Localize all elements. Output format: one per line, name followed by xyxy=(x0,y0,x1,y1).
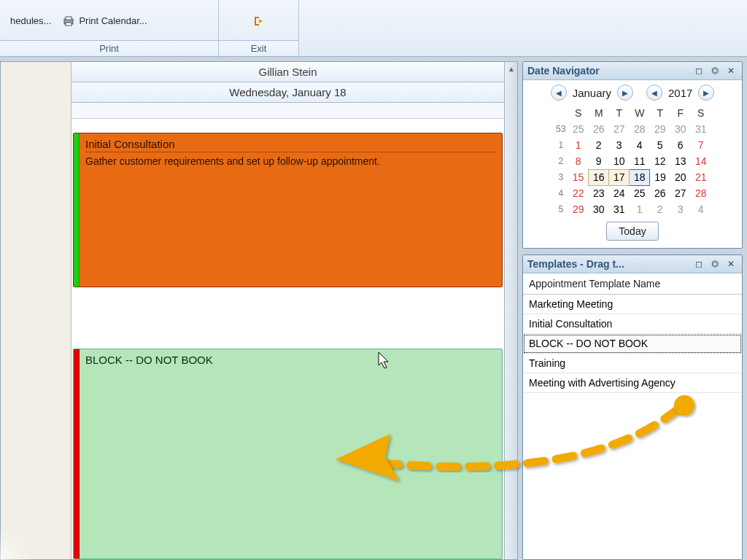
calendar-day[interactable]: 8 xyxy=(568,153,589,169)
dow-header: S xyxy=(691,105,711,121)
calendar-day[interactable]: 16 xyxy=(589,169,609,185)
appointment-description: Gather customer requirements and set up … xyxy=(85,155,496,167)
maximize-icon[interactable]: ◻ xyxy=(692,258,705,270)
ribbon-group-exit: Exit xyxy=(219,0,299,56)
calendar-day[interactable]: 3 xyxy=(670,201,691,217)
calendar-day[interactable]: 29 xyxy=(650,121,670,137)
calendar-day[interactable]: 27 xyxy=(609,121,630,137)
dow-header: S xyxy=(568,105,589,121)
calendar-day[interactable]: 20 xyxy=(670,169,691,185)
calendar-day[interactable]: 11 xyxy=(630,153,650,169)
week-number: 53 xyxy=(554,121,568,137)
calendar-day[interactable]: 24 xyxy=(609,185,630,201)
calendar-day[interactable]: 4 xyxy=(691,201,711,217)
template-item[interactable]: Marketing Meeting xyxy=(523,295,742,314)
scroll-up-icon[interactable]: ▲ xyxy=(505,62,518,75)
pin-icon[interactable]: ⏣ xyxy=(708,65,721,77)
calendar-day[interactable]: 12 xyxy=(650,153,670,169)
week-number: 5 xyxy=(554,201,568,217)
calendar-day[interactable]: 1 xyxy=(630,201,650,217)
calendar-day[interactable]: 25 xyxy=(568,121,589,137)
panel-header[interactable]: Date Navigator ◻ ⏣ ✕ xyxy=(523,62,742,80)
calendar-day[interactable]: 7 xyxy=(691,137,711,153)
calendar-grid[interactable]: Gillian Stein Wednesday, January 18 Init… xyxy=(0,61,518,560)
dow-header: W xyxy=(630,105,650,121)
svg-rect-2 xyxy=(66,23,71,26)
calendar-day[interactable]: 26 xyxy=(650,185,670,201)
year-label[interactable]: 2017 xyxy=(665,87,695,99)
calendar-day[interactable]: 25 xyxy=(630,185,650,201)
week-number: 4 xyxy=(554,185,568,201)
calendar-day[interactable]: 6 xyxy=(670,137,691,153)
calendar-day[interactable]: 31 xyxy=(691,121,711,137)
exit-icon xyxy=(253,15,265,27)
allday-row[interactable] xyxy=(71,103,504,119)
calendar-day[interactable]: 28 xyxy=(630,121,650,137)
appointment-initial-consultation[interactable]: Initial Consultation Gather customer req… xyxy=(73,133,503,287)
panel-header[interactable]: Templates - Drag t... ◻ ⏣ ✕ xyxy=(523,255,742,273)
calendar-day[interactable]: 18 xyxy=(630,169,650,185)
calendar-day[interactable]: 30 xyxy=(670,121,691,137)
calendar-day[interactable]: 10 xyxy=(609,153,630,169)
week-number: 3 xyxy=(554,169,568,185)
dow-header: T xyxy=(609,105,630,121)
calendar-day[interactable]: 23 xyxy=(589,185,609,201)
calendar-day[interactable]: 9 xyxy=(589,153,609,169)
calendar-day[interactable]: 19 xyxy=(650,169,670,185)
prev-year-button[interactable]: ◀ xyxy=(646,85,662,101)
template-item[interactable]: Initial Consultation xyxy=(523,314,742,334)
calendar-day[interactable]: 14 xyxy=(691,153,711,169)
resource-header: Gillian Stein xyxy=(71,62,504,82)
date-navigator-panel: Date Navigator ◻ ⏣ ✕ ◀ January ▶ ◀ 2017 … xyxy=(522,61,743,249)
printer-icon xyxy=(63,15,74,27)
exit-button[interactable] xyxy=(249,1,269,40)
print-schedules-button[interactable]: hedules... xyxy=(6,1,55,40)
calendar-day[interactable]: 4 xyxy=(630,137,650,153)
template-item[interactable]: BLOCK -- DO NOT BOOK xyxy=(523,334,742,354)
vertical-scrollbar[interactable]: ▲ xyxy=(504,62,517,559)
next-year-button[interactable]: ▶ xyxy=(698,85,714,101)
dow-header: M xyxy=(589,105,609,121)
calendar-day[interactable]: 1 xyxy=(568,137,589,153)
print-calendar-label: Print Calendar... xyxy=(79,15,147,26)
template-list: Appointment Template Name Marketing Meet… xyxy=(523,273,742,393)
calendar-day[interactable]: 2 xyxy=(589,137,609,153)
calendar-day[interactable]: 21 xyxy=(691,169,711,185)
calendar-day[interactable]: 15 xyxy=(568,169,589,185)
template-column-header[interactable]: Appointment Template Name xyxy=(523,273,742,295)
appointment-block[interactable]: BLOCK -- DO NOT BOOK xyxy=(73,349,503,559)
prev-month-button[interactable]: ◀ xyxy=(551,85,567,101)
ribbon-group-label-exit: Exit xyxy=(219,40,298,56)
next-month-button[interactable]: ▶ xyxy=(617,85,633,101)
dow-header: T xyxy=(650,105,670,121)
mini-calendar[interactable]: SMTWTFS 53252627282930311123456728910111… xyxy=(554,105,712,217)
calendar-day[interactable]: 31 xyxy=(609,201,630,217)
calendar-day[interactable]: 29 xyxy=(568,201,589,217)
calendar-day[interactable]: 13 xyxy=(670,153,691,169)
week-number: 1 xyxy=(554,137,568,153)
calendar-day[interactable]: 2 xyxy=(650,201,670,217)
calendar-day[interactable]: 28 xyxy=(691,185,711,201)
print-calendar-button[interactable]: Print Calendar... xyxy=(58,1,151,40)
calendar-day[interactable]: 3 xyxy=(609,137,630,153)
calendar-day[interactable]: 30 xyxy=(589,201,609,217)
ribbon-group-print: hedules... Print Calendar... Print xyxy=(0,0,219,56)
calendar-day[interactable]: 5 xyxy=(650,137,670,153)
calendar-day[interactable]: 26 xyxy=(589,121,609,137)
ribbon-group-label-print: Print xyxy=(0,40,218,56)
today-button[interactable]: Today xyxy=(606,222,658,241)
calendar-day[interactable]: 22 xyxy=(568,185,589,201)
print-schedules-label: hedules... xyxy=(10,15,51,26)
day-column[interactable]: Gillian Stein Wednesday, January 18 Init… xyxy=(71,62,504,559)
appointment-title: BLOCK -- DO NOT BOOK xyxy=(85,354,496,368)
close-icon[interactable]: ✕ xyxy=(724,258,738,270)
pin-icon[interactable]: ⏣ xyxy=(708,258,721,270)
maximize-icon[interactable]: ◻ xyxy=(692,65,705,77)
time-gutter xyxy=(1,62,71,559)
template-item[interactable]: Training xyxy=(523,354,742,373)
month-label[interactable]: January xyxy=(570,87,614,99)
template-item[interactable]: Meeting with Advertising Agency xyxy=(523,373,742,393)
calendar-day[interactable]: 27 xyxy=(670,185,691,201)
calendar-day[interactable]: 17 xyxy=(609,169,630,185)
close-icon[interactable]: ✕ xyxy=(724,65,738,77)
